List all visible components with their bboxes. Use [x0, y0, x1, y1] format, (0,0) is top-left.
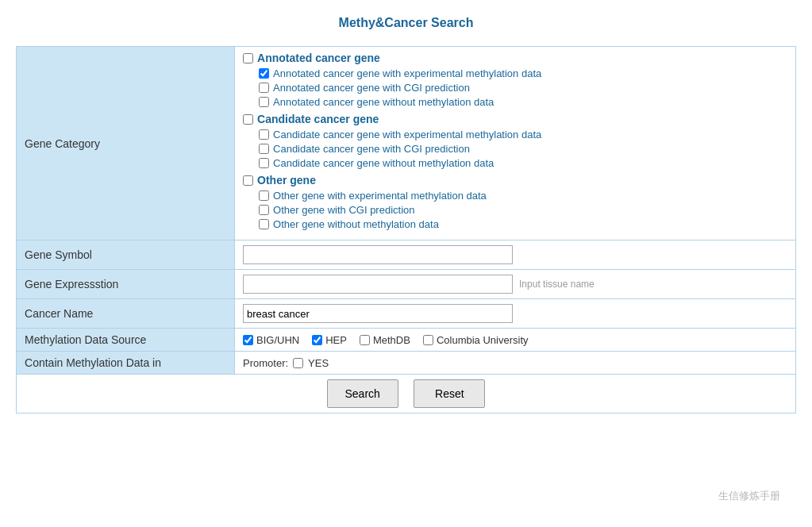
annotated-section-title: Annotated cancer gene	[243, 52, 787, 64]
annotated-item-1-checkbox[interactable]	[259, 68, 269, 79]
promoter-label: Promoter:	[243, 357, 288, 369]
action-cell: Search Reset	[17, 375, 796, 414]
methylation-source-row: Methylation Data Source BIG/UHN HEP	[17, 329, 796, 352]
methylation-methdb: MethDB	[360, 334, 410, 346]
search-button[interactable]: Search	[327, 379, 398, 408]
other-item-2-checkbox[interactable]	[259, 205, 269, 215]
candidate-item-1-checkbox[interactable]	[259, 129, 269, 140]
methylation-biguhn-checkbox[interactable]	[243, 335, 253, 345]
cancer-name-label: Cancer Name	[17, 299, 235, 329]
annotated-item-3-row: Annotated cancer gene without methylatio…	[259, 96, 787, 108]
gene-expression-cell: Input tissue name	[235, 270, 796, 299]
annotated-item-3-checkbox[interactable]	[259, 97, 269, 107]
candidate-section: Candidate cancer gene Candidate cancer g…	[243, 113, 787, 169]
other-section-title: Other gene	[243, 174, 787, 187]
candidate-parent-checkbox[interactable]	[243, 114, 253, 125]
methylation-columbia: Columbia University	[423, 334, 529, 346]
methylation-source-options: BIG/UHN HEP MethDB Columbia Univers	[243, 334, 787, 346]
methylation-hep: HEP	[312, 334, 347, 346]
annotated-item-2-row: Annotated cancer gene with CGI predictio…	[259, 82, 787, 94]
gene-symbol-cell	[235, 240, 796, 270]
other-item-1-checkbox[interactable]	[259, 190, 269, 201]
gene-symbol-row: Gene Symbol	[17, 240, 796, 270]
other-item-3-checkbox[interactable]	[259, 219, 269, 229]
candidate-item-2-row: Candidate cancer gene with CGI predictio…	[259, 143, 787, 155]
methylation-source-cell: BIG/UHN HEP MethDB Columbia Univers	[235, 329, 796, 352]
annotated-section: Annotated cancer gene Annotated cancer g…	[243, 52, 787, 108]
methylation-source-label: Methylation Data Source	[17, 329, 235, 352]
candidate-item-3-row: Candidate cancer gene without methylatio…	[259, 157, 787, 169]
other-item-3-row: Other gene without methylation data	[259, 218, 787, 230]
gene-symbol-input[interactable]	[243, 245, 513, 264]
candidate-section-title: Candidate cancer gene	[243, 113, 787, 125]
methylation-methdb-checkbox[interactable]	[360, 335, 370, 345]
gene-category-row: Gene Category Annotated cancer gene Anno…	[17, 47, 796, 240]
gene-expression-input[interactable]	[243, 275, 513, 294]
candidate-item-3-checkbox[interactable]	[259, 158, 269, 168]
tissue-hint: Input tissue name	[519, 279, 595, 290]
gene-expression-label: Gene Expressstion	[17, 270, 235, 299]
methylation-columbia-checkbox[interactable]	[423, 335, 433, 345]
contain-methylation-row: Contain Methylation Data in Promoter: YE…	[17, 352, 796, 375]
watermark: 生信修炼手册	[718, 489, 780, 503]
contain-methylation-cell: Promoter: YES	[235, 352, 796, 375]
cancer-name-row: Cancer Name	[17, 299, 796, 329]
annotated-item-2-checkbox[interactable]	[259, 83, 269, 93]
search-form-table: Gene Category Annotated cancer gene Anno…	[16, 46, 796, 414]
reset-button[interactable]: Reset	[414, 379, 485, 408]
cancer-name-cell	[235, 299, 796, 329]
gene-category-content: Annotated cancer gene Annotated cancer g…	[235, 47, 796, 240]
annotated-parent-checkbox[interactable]	[243, 53, 253, 63]
other-item-2-row: Other gene with CGI prediction	[259, 204, 787, 216]
methylation-biguhn: BIG/UHN	[243, 334, 299, 346]
contain-methylation-label: Contain Methylation Data in	[17, 352, 235, 375]
gene-symbol-label: Gene Symbol	[17, 240, 235, 270]
gene-expression-row: Gene Expressstion Input tissue name	[17, 270, 796, 299]
annotated-item-1-row: Annotated cancer gene with experimental …	[259, 67, 787, 79]
methylation-hep-checkbox[interactable]	[312, 335, 322, 345]
contain-methylation-content: Promoter: YES	[243, 357, 787, 369]
other-parent-checkbox[interactable]	[243, 175, 253, 186]
gene-category-label: Gene Category	[17, 47, 235, 240]
page-title: Methy&Cancer Search	[8, 16, 804, 30]
candidate-item-1-row: Candidate cancer gene with experimental …	[259, 129, 787, 140]
promoter-yes-checkbox[interactable]	[293, 358, 303, 368]
action-row: Search Reset	[17, 375, 796, 414]
cancer-name-input[interactable]	[243, 304, 513, 323]
gene-expression-content: Input tissue name	[243, 275, 787, 294]
other-section: Other gene Other gene with experimental …	[243, 174, 787, 230]
promoter-yes-label: YES	[308, 357, 329, 369]
other-item-1-row: Other gene with experimental methylation…	[259, 190, 787, 202]
candidate-item-2-checkbox[interactable]	[259, 144, 269, 154]
